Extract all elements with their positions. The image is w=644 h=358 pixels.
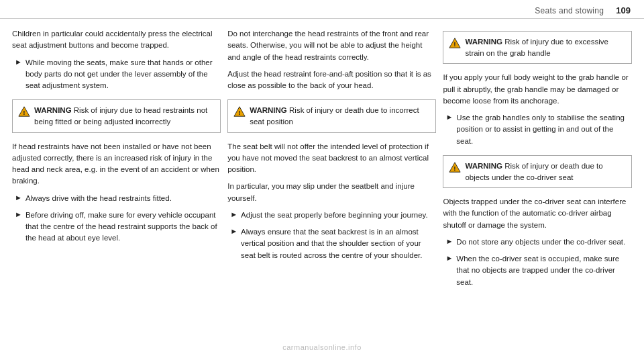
col-mid-warning1: ! WARNING Risk of injury or death due to… [227, 99, 436, 132]
col-left-warning1: ! WARNING Risk of injury due to head res… [12, 99, 221, 132]
page-number: 109 [616, 5, 631, 15]
mid-bullet-arrow2: ► [230, 227, 237, 261]
col-mid-bullet1-text: Adjust the seat properly before beginnin… [241, 210, 428, 221]
bullet-arrow-icon: ► [15, 58, 22, 92]
col-right-bullet2-text: Do not store any objects under the co-dr… [456, 236, 625, 248]
watermark: carmanualsonline.info [282, 343, 362, 351]
column-mid: Do not interchange the head restraints o… [227, 28, 436, 288]
col-mid-body3: In particular, you may slip under the se… [227, 181, 436, 204]
right-warning1-header: ! WARNING Risk of injury due to excessiv… [449, 36, 626, 58]
col-right-warning2: ! WARNING Risk of injury or death due to… [443, 155, 632, 188]
col-left-bullet1: ► While moving the seats, make sure that… [15, 57, 221, 92]
page: Seats and stowing 109 Children in partic… [0, 0, 644, 358]
col-mid-bullet1: ► Adjust the seat properly before beginn… [230, 210, 436, 221]
col-right-warning1: ! WARNING Risk of injury due to excessiv… [443, 31, 632, 64]
col-left-bullet1-text: While moving the seats, make sure that h… [25, 57, 221, 92]
col-right-bullet1-text: Use the grab handles only to stabilise t… [456, 112, 632, 147]
warning1-header: ! WARNING Risk of injury due to head res… [18, 105, 215, 127]
col-right-bullet3: ► When the co-driver seat is occupied, m… [445, 253, 632, 288]
warning-triangle-icon: ! [18, 105, 30, 118]
mid-warning-triangle-icon: ! [233, 105, 246, 118]
right-bullet-arrow2: ► [445, 237, 453, 248]
col-mid-bullet2: ► Always ensure that the seat backrest i… [230, 226, 436, 261]
mid-warning1-header: ! WARNING Risk of injury or death due to… [233, 105, 430, 127]
bullet-arrow-icon2: ► [15, 193, 22, 204]
right-warning2-triangle-icon: ! [449, 161, 461, 173]
col-mid-bullet2-text: Always ensure that the seat backrest is … [241, 226, 436, 261]
bullet-arrow-icon3: ► [15, 210, 22, 244]
svg-text:!: ! [454, 40, 456, 48]
page-header: Seats and stowing 109 [0, 0, 644, 19]
col-left-bullet3: ► Before driving off, make sure for ever… [15, 210, 221, 244]
mid-bullet-arrow1: ► [230, 210, 237, 221]
svg-text:!: ! [239, 109, 241, 117]
svg-text:!: ! [23, 109, 25, 117]
column-right: ! WARNING Risk of injury due to excessiv… [443, 28, 632, 288]
col-mid-intro: Do not interchange the head restraints o… [227, 28, 436, 63]
col-right-body2: Objects trapped under the co-driver seat… [443, 196, 632, 231]
col-mid-body1: Adjust the head restraint fore-and-aft p… [227, 69, 436, 92]
mid-warning1-label: WARNING [250, 106, 287, 114]
warning1-label: WARNING [34, 106, 72, 114]
section-title: Seats and stowing [535, 6, 604, 15]
col-left-bullet2-text: Always drive with the head restraints fi… [25, 193, 172, 204]
col-right-bullet1: ► Use the grab handles only to stabilise… [445, 112, 632, 147]
col-left-bullet3-text: Before driving off, make sure for every … [25, 210, 221, 244]
right-warning2-header: ! WARNING Risk of injury or death due to… [449, 161, 626, 183]
col-left-body1: If head restraints have not been install… [12, 141, 221, 187]
right-bullet-arrow3: ► [445, 254, 453, 288]
right-warning2-label: WARNING [465, 162, 502, 170]
right-warning2-header-text: WARNING Risk of injury or death due to o… [465, 161, 626, 183]
right-bullet-arrow1: ► [445, 113, 453, 147]
col-left-intro: Children in particular could accidentall… [12, 28, 221, 52]
col-mid-body2: The seat belt will not offer the intende… [227, 141, 436, 176]
right-warning1-header-text: WARNING Risk of injury due to excessive … [465, 36, 626, 58]
mid-warning1-header-text: WARNING Risk of injury or death due to i… [250, 105, 430, 127]
col-right-bullet2: ► Do not store any objects under the co-… [445, 236, 632, 248]
col-left-bullet2: ► Always drive with the head restraints … [15, 193, 221, 204]
content-area: Children in particular could accidentall… [0, 19, 644, 298]
right-warning1-label: WARNING [465, 38, 502, 46]
col-right-body1: If you apply your full body weight to th… [443, 72, 632, 107]
warning1-header-text: WARNING Risk of injury due to head restr… [34, 105, 215, 127]
col-right-bullet3-text: When the co-driver seat is occupied, mak… [456, 253, 632, 288]
right-warning1-triangle-icon: ! [449, 37, 461, 49]
svg-text:!: ! [454, 165, 456, 172]
column-left: Children in particular could accidentall… [12, 28, 221, 288]
